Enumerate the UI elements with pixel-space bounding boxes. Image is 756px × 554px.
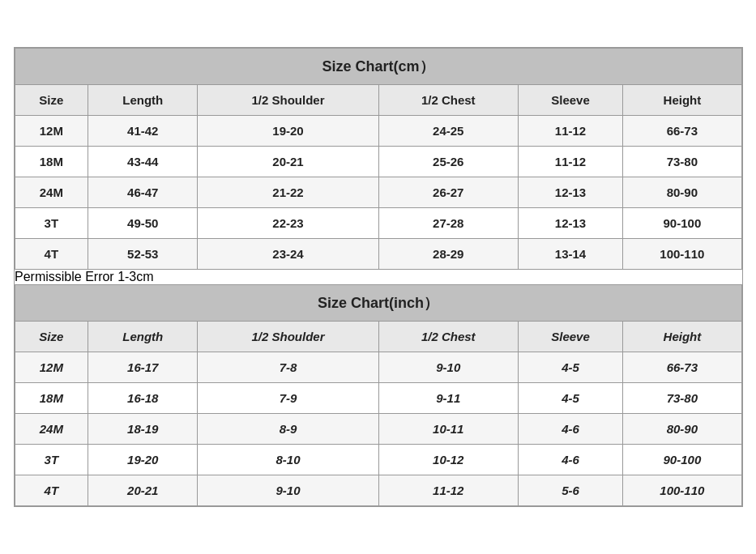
error-text: Permissible Error 1-3cm [15, 270, 741, 285]
cell-length: 18-19 [88, 414, 198, 445]
cell-size: 12M [15, 116, 88, 147]
cell-length: 20-21 [88, 475, 198, 506]
size-chart-container: Size Chart(cm） Size Length 1/2 Shoulder … [14, 47, 743, 507]
cell-height: 100-110 [623, 239, 741, 270]
inch-header-row: Size Length 1/2 Shoulder 1/2 Chest Sleev… [15, 322, 741, 352]
cell-shoulder: 20-21 [198, 147, 379, 177]
cell-height: 73-80 [623, 147, 741, 177]
cell-size: 24M [15, 414, 88, 445]
cm-header-length: Length [88, 85, 198, 116]
inch-header-shoulder: 1/2 Shoulder [198, 322, 379, 352]
cell-shoulder: 19-20 [198, 116, 379, 147]
inch-header-length: Length [88, 322, 198, 352]
cell-height: 100-110 [623, 475, 741, 506]
cell-shoulder: 7-8 [198, 352, 379, 383]
cm-table: Size Chart(cm） Size Length 1/2 Shoulder … [15, 48, 742, 506]
cell-chest: 26-27 [378, 177, 518, 208]
table-row: 24M 46-47 21-22 26-27 12-13 80-90 [15, 177, 741, 208]
cm-header-size: Size [15, 85, 88, 116]
cell-height: 73-80 [623, 383, 741, 414]
cell-size: 24M [15, 177, 88, 208]
table-row: 4T 20-21 9-10 11-12 5-6 100-110 [15, 475, 741, 506]
cell-chest: 25-26 [378, 147, 518, 177]
cell-height: 90-100 [623, 208, 741, 239]
cell-length: 16-17 [88, 352, 198, 383]
cell-sleeve: 12-13 [518, 208, 623, 239]
cell-size: 18M [15, 383, 88, 414]
inch-header-chest: 1/2 Chest [378, 322, 518, 352]
cell-sleeve: 4-5 [518, 352, 623, 383]
cell-height: 66-73 [623, 116, 741, 147]
cell-shoulder: 23-24 [198, 239, 379, 270]
cm-header-height: Height [623, 85, 741, 116]
cell-length: 41-42 [88, 116, 198, 147]
cell-sleeve: 11-12 [518, 147, 623, 177]
cm-header-shoulder: 1/2 Shoulder [198, 85, 379, 116]
table-row: 18M 16-18 7-9 9-11 4-5 73-80 [15, 383, 741, 414]
cell-length: 49-50 [88, 208, 198, 239]
cm-header-row: Size Length 1/2 Shoulder 1/2 Chest Sleev… [15, 85, 741, 116]
cell-sleeve: 4-6 [518, 445, 623, 475]
inch-title-row: Size Chart(inch） [15, 285, 741, 322]
cell-height: 80-90 [623, 177, 741, 208]
inch-header-height: Height [623, 322, 741, 352]
cell-chest: 9-10 [378, 352, 518, 383]
cell-size: 3T [15, 208, 88, 239]
cell-size: 3T [15, 445, 88, 475]
cell-size: 12M [15, 352, 88, 383]
cell-length: 43-44 [88, 147, 198, 177]
inch-header-size: Size [15, 322, 88, 352]
cell-size: 4T [15, 475, 88, 506]
cell-sleeve: 4-6 [518, 414, 623, 445]
cell-shoulder: 21-22 [198, 177, 379, 208]
table-row: 3T 49-50 22-23 27-28 12-13 90-100 [15, 208, 741, 239]
cell-length: 19-20 [88, 445, 198, 475]
cell-size: 18M [15, 147, 88, 177]
table-row: 3T 19-20 8-10 10-12 4-6 90-100 [15, 445, 741, 475]
cm-title-row: Size Chart(cm） [15, 49, 741, 85]
cell-shoulder: 8-9 [198, 414, 379, 445]
error-row: Permissible Error 1-3cm [15, 270, 741, 285]
cell-chest: 9-11 [378, 383, 518, 414]
cell-chest: 24-25 [378, 116, 518, 147]
table-row: 18M 43-44 20-21 25-26 11-12 73-80 [15, 147, 741, 177]
cm-header-chest: 1/2 Chest [378, 85, 518, 116]
table-row: 12M 41-42 19-20 24-25 11-12 66-73 [15, 116, 741, 147]
cell-sleeve: 5-6 [518, 475, 623, 506]
cell-height: 80-90 [623, 414, 741, 445]
cell-length: 16-18 [88, 383, 198, 414]
cell-chest: 10-11 [378, 414, 518, 445]
cell-chest: 11-12 [378, 475, 518, 506]
table-row: 24M 18-19 8-9 10-11 4-6 80-90 [15, 414, 741, 445]
cell-chest: 10-12 [378, 445, 518, 475]
cell-shoulder: 7-9 [198, 383, 379, 414]
cell-shoulder: 8-10 [198, 445, 379, 475]
cell-height: 66-73 [623, 352, 741, 383]
cell-sleeve: 13-14 [518, 239, 623, 270]
inch-chart-title: Size Chart(inch） [15, 285, 741, 322]
cell-height: 90-100 [623, 445, 741, 475]
cell-length: 46-47 [88, 177, 198, 208]
cm-chart-title: Size Chart(cm） [15, 49, 741, 85]
cell-shoulder: 9-10 [198, 475, 379, 506]
cell-size: 4T [15, 239, 88, 270]
cell-shoulder: 22-23 [198, 208, 379, 239]
cell-sleeve: 11-12 [518, 116, 623, 147]
cell-chest: 27-28 [378, 208, 518, 239]
table-row: 12M 16-17 7-8 9-10 4-5 66-73 [15, 352, 741, 383]
cell-sleeve: 4-5 [518, 383, 623, 414]
cm-header-sleeve: Sleeve [518, 85, 623, 116]
cell-chest: 28-29 [378, 239, 518, 270]
cell-sleeve: 12-13 [518, 177, 623, 208]
inch-header-sleeve: Sleeve [518, 322, 623, 352]
table-row: 4T 52-53 23-24 28-29 13-14 100-110 [15, 239, 741, 270]
cell-length: 52-53 [88, 239, 198, 270]
